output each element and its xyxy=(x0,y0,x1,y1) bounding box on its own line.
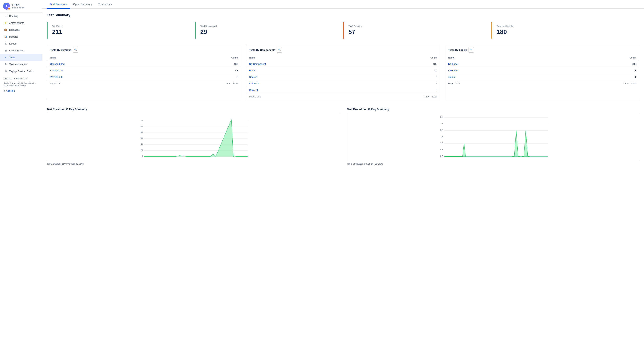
labels-col-count: Count xyxy=(553,55,639,61)
sidebar-item-active-sprints[interactable]: ⚡Active sprints xyxy=(0,19,42,26)
add-link-button[interactable]: + Add link xyxy=(0,88,42,94)
labels-page-info: Page 1 of 1 xyxy=(448,82,460,85)
tab-test-summary[interactable]: Test Summary xyxy=(47,0,70,9)
svg-text:0.0: 0.0 xyxy=(440,155,443,157)
row-name[interactable]: No Component xyxy=(246,61,371,67)
sidebar-item-label: Backlog xyxy=(9,14,18,18)
svg-text:100: 100 xyxy=(140,126,143,128)
reports-icon: 📊 xyxy=(4,35,7,38)
creation-chart-svg: 0 20 40 60 80 100 120 xyxy=(49,116,337,158)
row-count: 10 xyxy=(371,67,440,74)
svg-text:0: 0 xyxy=(142,155,143,157)
components-search-button[interactable]: 🔍 xyxy=(277,47,282,52)
execution-chart-title: Test Execution: 30 Day Summary xyxy=(347,108,640,111)
tests-by-versions-table: Tests By Versions 🔍 Name Count Unschedul… xyxy=(47,45,241,100)
row-name[interactable]: Email xyxy=(246,67,371,74)
stat-value: 29 xyxy=(200,28,339,36)
row-count: 1 xyxy=(553,67,639,74)
sidebar-item-label: Test Automation xyxy=(9,63,27,66)
avatar: T 1 xyxy=(3,3,10,10)
creation-chart-title: Test Creation: 30 Day Summary xyxy=(47,108,339,111)
components-next[interactable]: Next xyxy=(432,95,437,98)
main-content: Test SummaryCycle SummaryTraceability Te… xyxy=(42,0,644,352)
components-table-title: Tests By Components xyxy=(249,48,275,52)
row-name[interactable]: No Label xyxy=(445,61,553,67)
labels-table-title: Tests By Labels xyxy=(448,48,467,52)
table-row: calendar1 xyxy=(445,67,639,74)
svg-text:2.0: 2.0 xyxy=(440,129,443,131)
svg-text:3.0: 3.0 xyxy=(440,116,443,118)
stat-card-total-executed: Total Executed57 xyxy=(343,22,491,38)
stat-label: Total Unexecuted xyxy=(200,25,339,27)
creation-chart-footer: Tests created: 159 over last 30 days xyxy=(47,162,339,165)
components-col-name: Name xyxy=(246,55,371,61)
execution-chart-container: 0.0 0.5 1.0 1.5 2.0 2.5 3.0 xyxy=(347,113,640,161)
row-name[interactable]: Calendar xyxy=(246,80,371,87)
row-count: 1 xyxy=(553,74,639,80)
table-row: Version 2.02 xyxy=(47,74,241,80)
sidebar-item-releases[interactable]: 📦Releases xyxy=(0,26,42,33)
content-area: Test Summary Total Tests211Total Unexecu… xyxy=(42,9,644,352)
stat-value: 211 xyxy=(52,28,190,36)
tables-row: Tests By Versions 🔍 Name Count Unschedul… xyxy=(47,45,640,100)
row-name[interactable]: Version 2.0 xyxy=(47,74,167,80)
stat-card-total-unscheduled: Total Unscheduled180 xyxy=(491,22,640,38)
svg-marker-14 xyxy=(144,120,248,156)
tab-traceability[interactable]: Traceability xyxy=(95,0,115,9)
issues-icon: ⚠ xyxy=(4,42,7,45)
stat-label: Total Executed xyxy=(348,25,487,27)
table-row: Unscheduled161 xyxy=(47,61,241,67)
svg-text:120: 120 xyxy=(140,120,143,122)
stat-value: 57 xyxy=(348,28,487,36)
labels-prev[interactable]: Prev xyxy=(624,82,629,85)
page-title: Test Summary xyxy=(47,13,640,17)
sidebar-item-issues[interactable]: ⚠Issues xyxy=(0,40,42,47)
svg-text:80: 80 xyxy=(140,132,143,134)
sidebar-item-test-automation[interactable]: ⚙Test Automation xyxy=(0,61,42,68)
versions-search-button[interactable]: 🔍 xyxy=(73,47,78,52)
table-row: Email10 xyxy=(246,67,440,74)
svg-text:0.5: 0.5 xyxy=(440,149,443,151)
sidebar-item-label: Components xyxy=(9,49,24,52)
sidebar-item-components[interactable]: ⊞Components xyxy=(0,47,42,54)
labels-search-button[interactable]: 🔍 xyxy=(468,47,474,52)
sidebar-item-tests[interactable]: ✓Tests xyxy=(0,54,42,61)
versions-prev[interactable]: Prev xyxy=(226,82,230,85)
svg-text:1.5: 1.5 xyxy=(440,136,443,138)
charts-row: Test Creation: 30 Day Summary 0 20 40 60… xyxy=(47,108,640,165)
tests-icon: ✓ xyxy=(4,56,7,59)
sidebar-item-reports[interactable]: 📊Reports xyxy=(0,33,42,40)
row-name[interactable]: smoke xyxy=(445,74,553,80)
row-name[interactable]: Search xyxy=(246,74,371,80)
row-name[interactable]: Content xyxy=(246,87,371,94)
sidebar-header: T 1 TITAN Titan Board ▾ xyxy=(0,0,42,12)
labels-next[interactable]: Next xyxy=(631,82,636,85)
row-count: 209 xyxy=(553,61,639,67)
row-count: 2 xyxy=(167,74,241,80)
tab-cycle-summary[interactable]: Cycle Summary xyxy=(70,0,95,9)
project-shortcuts-label: PROJECT SHORTCUTS xyxy=(0,74,42,81)
row-name[interactable]: Version 1.0 xyxy=(47,67,167,74)
test-execution-chart-section: Test Execution: 30 Day Summary 0.0 0.5 1… xyxy=(347,108,640,165)
versions-col-count: Count xyxy=(167,55,241,61)
table-row: smoke1 xyxy=(445,74,639,80)
row-name[interactable]: Unscheduled xyxy=(47,61,167,67)
stat-card-total-tests: Total Tests211 xyxy=(47,22,195,38)
sidebar-item-label: Active sprints xyxy=(9,22,24,24)
svg-text:20: 20 xyxy=(140,149,143,151)
sidebar: T 1 TITAN Titan Board ▾ ☰Backlog⚡Active … xyxy=(0,0,42,352)
row-count: 2 xyxy=(371,87,440,94)
project-subtitle[interactable]: Titan Board ▾ xyxy=(12,6,24,9)
sidebar-item-backlog[interactable]: ☰Backlog xyxy=(0,12,42,19)
table-row: No Component185 xyxy=(246,61,440,67)
fields-icon: ⊟ xyxy=(4,70,7,73)
row-count: 6 xyxy=(371,80,440,87)
creation-chart-container: 0 20 40 60 80 100 120 xyxy=(47,113,339,161)
row-name[interactable]: calendar xyxy=(445,67,553,74)
row-count: 161 xyxy=(167,61,241,67)
stat-label: Total Tests xyxy=(52,25,190,27)
versions-next[interactable]: Next xyxy=(233,82,238,85)
components-prev[interactable]: Prev xyxy=(425,95,430,98)
sidebar-item-zephyr-custom-fields[interactable]: ⊟Zephyr Custom Fields xyxy=(0,68,42,74)
svg-text:60: 60 xyxy=(140,137,143,140)
